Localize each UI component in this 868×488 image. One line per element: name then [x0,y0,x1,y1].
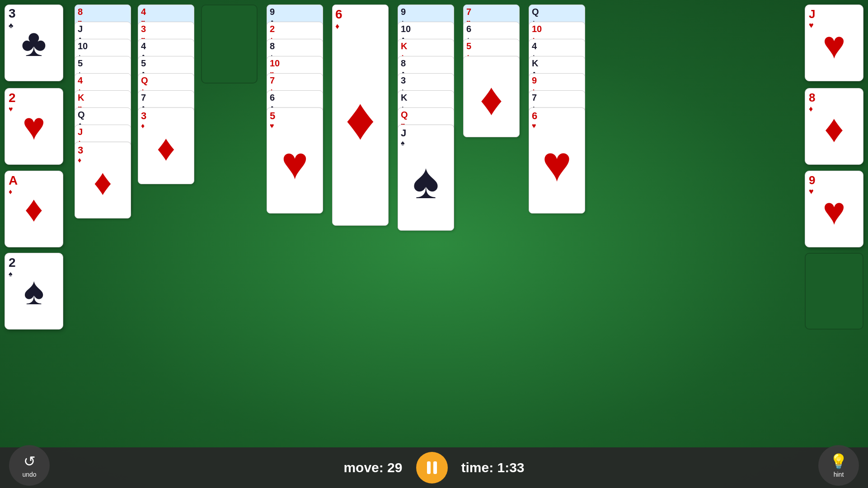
hint-label: hint [834,471,844,478]
card-3d-c2[interactable]: 3 ♦ ♦ [138,107,194,184]
right-empty-slot [805,253,863,330]
right-card-8d[interactable]: 8 ♦ ♦ [805,88,863,165]
card-js-bottom[interactable]: J ♠ ♠ [398,125,454,231]
right-card-9h[interactable]: 9 ♥ ♥ [805,171,863,247]
foundation-2-hearts[interactable]: 2 ♥ ♥ [5,88,63,165]
undo-icon: ↺ [23,453,36,470]
hint-button[interactable]: 💡 hint [818,445,859,486]
hint-icon: 💡 [830,453,848,470]
foundation-2-spades[interactable]: 2 ♠ ♠ [5,253,63,330]
tableau-col-3-empty[interactable] [201,5,258,84]
card-6d[interactable]: 6 ♦ ♦ [332,5,389,226]
game-table: 3 ♣ ♣ 2 ♥ ♥ A ♦ ♦ 2 ♠ ♠ 8♥ J♣ 10♠ [0,0,868,488]
foundation-3-clubs[interactable]: 3 ♣ ♣ [5,5,63,81]
undo-label: undo [22,471,36,478]
pause-button[interactable] [416,452,448,483]
card-5h-bottom[interactable]: 5 ♥ ♥ [267,107,323,214]
bottom-bar: move: 29 time: 1:33 [0,447,868,488]
foundation-a-diamonds[interactable]: A ♦ ♦ [5,171,63,247]
tableau-col-5: 6 ♦ ♦ [332,5,389,226]
right-card-jh[interactable]: J ♥ ♥ [805,5,863,81]
pause-icon [427,461,437,474]
timer: time: 1:33 [461,460,525,475]
move-count: move: 29 [343,460,402,475]
undo-button[interactable]: ↺ undo [9,445,50,486]
card-6h-bottom[interactable]: 6 ♥ ♥ [529,107,585,214]
card-large-diamond[interactable]: ♦ [463,56,520,137]
card-3d-bottom[interactable]: 3 ♦ ♦ [75,142,131,218]
